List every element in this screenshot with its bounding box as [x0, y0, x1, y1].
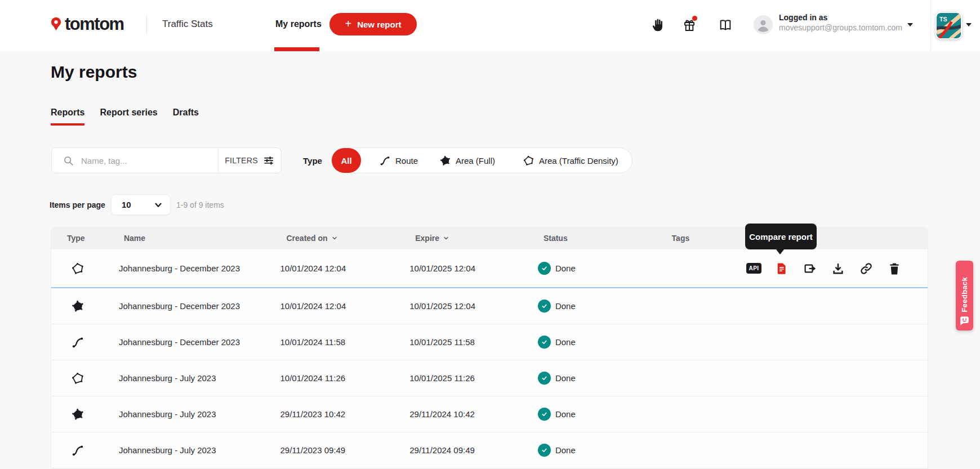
- report-created-on: 10/01/2024 11:26: [280, 373, 410, 383]
- column-header-created-on[interactable]: Created on: [280, 234, 410, 243]
- tab-drafts[interactable]: Drafts: [173, 108, 199, 126]
- header-divider: [146, 16, 147, 34]
- table-row[interactable]: Johannesburg - December 2023 10/01/2024 …: [51, 324, 928, 360]
- report-expire: 29/11/2024 09:49: [409, 445, 538, 455]
- logged-in-label: Logged in as: [779, 13, 827, 22]
- search-input[interactable]: [81, 156, 194, 166]
- tab-reports[interactable]: Reports: [51, 108, 84, 126]
- nav-my-reports[interactable]: My reports: [275, 19, 322, 29]
- report-created-on: 29/11/2023 09:49: [280, 445, 410, 455]
- table-row[interactable]: Johannesburg - December 2023 10/01/2024 …: [51, 249, 928, 288]
- plus-icon: +: [345, 18, 351, 29]
- sort-icon: [443, 235, 449, 242]
- feedback-smiley-icon: [959, 316, 970, 326]
- tomtom-pin-icon: [50, 17, 63, 31]
- report-status: Done: [538, 262, 667, 275]
- area-full-icon: [440, 155, 451, 166]
- copy-link-button[interactable]: [859, 261, 874, 276]
- report-name: Johannesburg - December 2023: [119, 337, 280, 347]
- type-filter-group: AllRouteArea (Full)Area (Traffic Density…: [331, 148, 632, 173]
- status-done-icon: [538, 408, 551, 421]
- report-created-on: 10/01/2024 12:04: [280, 301, 410, 311]
- type-filter-label: Type: [303, 156, 322, 166]
- report-name: Johannesburg - July 2023: [119, 445, 280, 455]
- top-bar: tomtom Traffic Stats My reports + New re…: [0, 0, 980, 51]
- sort-icon: [331, 235, 338, 242]
- search-icon: [63, 155, 74, 167]
- report-name: Johannesburg - July 2023: [119, 373, 280, 383]
- type-filter-area-traffic-density-[interactable]: Area (Traffic Density): [523, 148, 618, 173]
- new-report-button[interactable]: + New report: [329, 13, 417, 35]
- report-name: Johannesburg - July 2023: [119, 409, 280, 419]
- report-type-icon: [51, 336, 119, 349]
- items-per-page-label: Items per page: [50, 200, 105, 209]
- status-done-icon: [538, 444, 551, 457]
- table-row[interactable]: Johannesburg - July 2023 10/01/2024 11:2…: [51, 360, 928, 396]
- items-per-page-select[interactable]: 10: [111, 194, 171, 215]
- column-header-name: Name: [119, 234, 280, 243]
- report-status: Done: [538, 372, 667, 385]
- reports-table: TypeNameCreated onExpireStatusTags Johan…: [51, 227, 928, 468]
- type-filter-route[interactable]: Route: [380, 148, 418, 173]
- report-type-icon: [51, 300, 119, 312]
- table-row[interactable]: Johannesburg - July 2023 29/11/2023 10:4…: [51, 396, 928, 432]
- table-row[interactable]: Johannesburg - July 2023 29/11/2023 09:4…: [51, 432, 928, 468]
- report-type-icon: [51, 444, 119, 457]
- tabs: ReportsReport seriesDrafts: [51, 108, 199, 126]
- report-type-icon: [51, 408, 119, 421]
- report-expire: 10/01/2025 11:58: [409, 337, 538, 347]
- report-created-on: 10/01/2024 12:04: [280, 263, 410, 273]
- tab-report-series[interactable]: Report series: [100, 108, 157, 126]
- tooltip-compare-report: Compare report: [745, 224, 817, 249]
- documentation-book-icon[interactable]: [718, 17, 733, 33]
- column-header-type: Type: [51, 234, 119, 243]
- status-done-icon: [538, 262, 551, 275]
- search-section[interactable]: [52, 148, 218, 173]
- api-button[interactable]: API: [746, 261, 761, 276]
- user-email: movesupport@groups.tomtom.com: [779, 23, 902, 32]
- header-divider-2: [930, 0, 931, 51]
- type-filter-area-full-[interactable]: Area (Full): [440, 148, 495, 173]
- report-name: Johannesburg - December 2023: [119, 301, 280, 311]
- column-header-tags: Tags: [667, 234, 742, 243]
- compare-report-button[interactable]: [803, 261, 817, 276]
- status-done-icon: [538, 336, 551, 349]
- report-status: Done: [538, 408, 667, 421]
- chevron-down-icon: [154, 200, 163, 209]
- column-header-expire[interactable]: Expire: [409, 234, 538, 243]
- report-expire: 10/01/2025 12:04: [409, 263, 538, 273]
- delete-report-button[interactable]: [887, 261, 902, 276]
- report-expire: 10/01/2025 11:26: [409, 373, 538, 383]
- pagination-range: 1-9 of 9 items: [176, 200, 224, 209]
- account-caret-icon[interactable]: [907, 23, 913, 26]
- avatar[interactable]: [754, 15, 773, 34]
- type-filter-all[interactable]: All: [332, 148, 361, 173]
- report-status: Done: [538, 444, 667, 457]
- feedback-label: Feedback: [960, 277, 969, 312]
- page-title: My reports: [51, 62, 137, 82]
- route-icon: [380, 155, 390, 166]
- svg-text:TS: TS: [939, 16, 947, 23]
- report-actions: API: [742, 261, 928, 276]
- status-done-icon: [538, 372, 551, 385]
- workspace-badge[interactable]: TS: [936, 12, 962, 39]
- tomtom-logo[interactable]: tomtom: [50, 17, 124, 32]
- feedback-tab[interactable]: Feedback: [956, 261, 973, 330]
- download-report-button[interactable]: [831, 261, 845, 276]
- workspace-caret-icon[interactable]: [966, 23, 972, 26]
- report-type-icon: [51, 262, 119, 275]
- sliders-icon: [262, 154, 275, 167]
- notification-dot: [692, 16, 697, 21]
- report-status: Done: [538, 300, 667, 312]
- table-row[interactable]: Johannesburg - December 2023 10/01/2024 …: [51, 288, 928, 324]
- column-header-status: Status: [538, 234, 667, 243]
- report-status: Done: [538, 336, 667, 349]
- filters-button[interactable]: FILTERS: [218, 148, 281, 173]
- report-created-on: 10/01/2024 11:58: [280, 337, 410, 347]
- area-density-icon: [523, 155, 534, 166]
- report-name: Johannesburg - December 2023: [119, 263, 280, 273]
- view-report-button[interactable]: [774, 261, 789, 276]
- search-bar: FILTERS: [51, 148, 282, 173]
- pan-hand-icon[interactable]: [651, 17, 665, 33]
- report-expire: 29/11/2024 10:42: [409, 409, 538, 419]
